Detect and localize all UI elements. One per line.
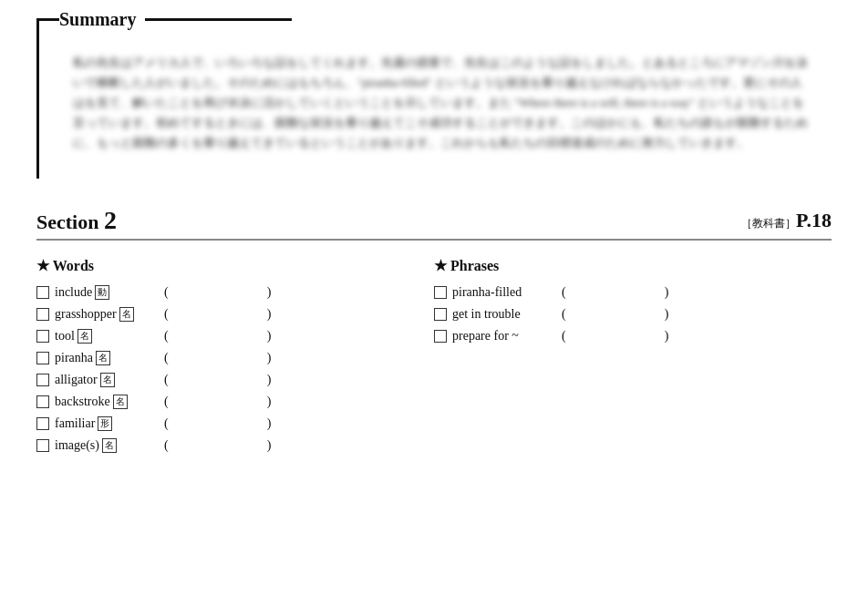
list-item: alligator 名 () [36, 373, 434, 387]
list-item: familiar 形 () [36, 416, 434, 431]
section2-header: Section 2 ［教科書］P.18 [36, 206, 832, 241]
list-item: get in trouble () [434, 307, 832, 322]
words-header: ★ Words [36, 257, 434, 274]
checkbox-piranha-filled[interactable] [434, 286, 447, 299]
list-item: piranha 名 () [36, 351, 434, 365]
word-alligator: alligator 名 [55, 373, 164, 387]
list-item: grasshopper 名 () [36, 307, 434, 322]
section2-label: Section 2 [36, 206, 117, 235]
checkbox-get-in-trouble[interactable] [434, 308, 447, 321]
checkbox-alligator[interactable] [36, 374, 49, 386]
word-familiar: familiar 形 [55, 416, 164, 431]
word-grasshopper: grasshopper 名 [55, 307, 164, 322]
list-item: include 動 () [36, 285, 434, 300]
checkbox-grasshopper[interactable] [36, 308, 49, 321]
vocab-container: ★ Words include 動 () grasshopper 名 () to… [36, 257, 832, 460]
list-item: piranha-filled () [434, 285, 832, 300]
checkbox-tool[interactable] [36, 330, 49, 343]
phrase-prepare-for: prepare for ~ [452, 329, 562, 344]
phrases-header: ★ Phrases [434, 257, 832, 274]
phrases-column: ★ Phrases piranha-filled () get in troub… [434, 257, 832, 460]
word-tool: tool 名 [55, 329, 164, 344]
checkbox-include[interactable] [36, 286, 49, 299]
list-item: image(s) 名 () [36, 438, 434, 453]
summary-border-left [36, 18, 39, 179]
checkbox-images[interactable] [36, 439, 49, 452]
word-piranha: piranha 名 [55, 351, 164, 365]
summary-section: Summary 私の先生はアメリカ人で、いろいろな話をしてくれます。先週の授業で… [36, 18, 832, 179]
list-item: prepare for ~ () [434, 329, 832, 344]
list-item: backstroke 名 () [36, 395, 434, 409]
checkbox-backstroke[interactable] [36, 395, 49, 408]
word-backstroke: backstroke 名 [55, 395, 164, 409]
word-include: include 動 [55, 285, 164, 300]
section2-reference: ［教科書］P.18 [741, 209, 832, 232]
summary-content: 私の先生はアメリカ人で、いろいろな話をしてくれます。先週の授業で、先生はこのよう… [55, 39, 832, 179]
list-item: tool 名 () [36, 329, 434, 344]
words-column: ★ Words include 動 () grasshopper 名 () to… [36, 257, 434, 460]
checkbox-familiar[interactable] [36, 417, 49, 430]
checkbox-piranha[interactable] [36, 352, 49, 364]
phrase-get-in-trouble: get in trouble [452, 307, 562, 322]
phrase-piranha-filled: piranha-filled [452, 285, 562, 300]
summary-title: Summary [59, 9, 145, 30]
checkbox-prepare-for[interactable] [434, 330, 447, 343]
word-images: image(s) 名 [55, 438, 164, 453]
